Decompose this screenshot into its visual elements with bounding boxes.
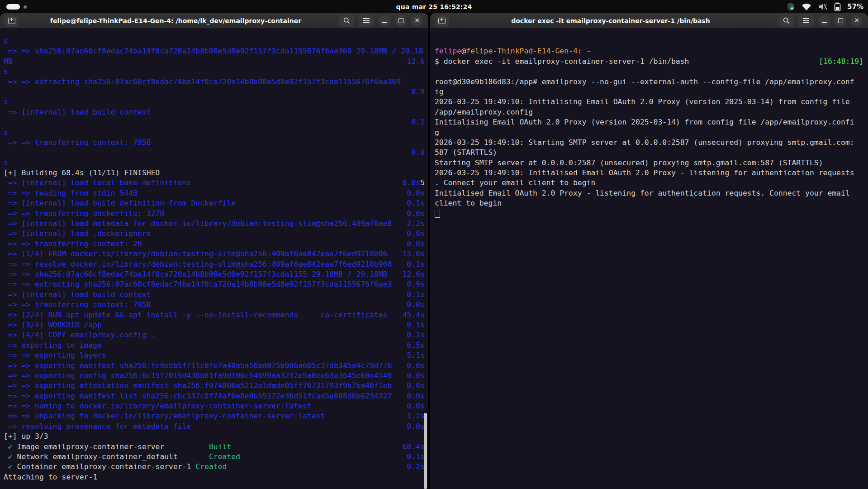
maximize-button[interactable] xyxy=(395,15,407,27)
terminal-text-segment: 6.5s xyxy=(407,341,425,350)
terminal-text-segment: [+] up 3/3 xyxy=(4,432,48,441)
terminal-right-column: 0.0s xyxy=(407,381,425,391)
terminal-text-segment: 0.1s xyxy=(407,331,425,339)
clock[interactable]: qua mar 25 16:52:24 xyxy=(0,0,868,13)
terminal-row: 2026-03-25 19:49:10: Initialising Email … xyxy=(435,97,863,107)
terminal-text-segment: 0.1s xyxy=(407,321,425,329)
terminal-text-segment: @ xyxy=(461,47,466,55)
terminal-row xyxy=(435,36,863,46)
docker-exec-terminal-output[interactable]: felipe@felipe-ThinkPad-E14-Gen-4: ~$ doc… xyxy=(430,29,868,489)
terminal-row: => [2/4] RUN apt update && apt install -… xyxy=(4,310,425,320)
terminal-text-segment: => => transferring context: 795B xyxy=(4,138,151,147)
terminal-text-segment: => => sha256:07ac60cf8edac74ba14f0ca720a… xyxy=(4,270,388,278)
new-tab-icon xyxy=(8,18,15,24)
terminal-text-segment: 2.2s xyxy=(407,219,425,228)
terminal-text-segment: => exporting to image xyxy=(4,341,102,350)
terminal-row: 0.1 xyxy=(4,117,425,127)
terminal-text-segment: s xyxy=(4,158,8,167)
wifi-icon xyxy=(802,3,811,11)
terminal-cursor xyxy=(435,209,440,218)
terminal-text-segment: 0.9s xyxy=(407,280,425,288)
terminal-text-segment: Image emailproxy-container-server xyxy=(17,442,165,451)
minimize-button[interactable] xyxy=(818,15,830,27)
terminal-row: => [internal] load build definition from… xyxy=(4,198,425,208)
terminal-right-column: 0.0s xyxy=(407,188,425,198)
new-tab-button[interactable] xyxy=(5,15,19,27)
terminal-row: 587 (STARTTLS) xyxy=(435,148,863,158)
terminal-text-segment: [16:48:19] xyxy=(819,57,863,66)
terminal-text-segment: 5.1s xyxy=(407,351,425,360)
terminal-text-segment: . Connect your email client to begin xyxy=(435,178,595,187)
menu-button[interactable] xyxy=(359,14,374,27)
terminal-text-segment: felipe xyxy=(435,47,461,55)
terminal-text-segment: 5 xyxy=(420,178,425,187)
close-button[interactable]: ✕ xyxy=(411,15,423,27)
terminal-text-segment: Initialised Email OAuth 2.0 Proxy - list… xyxy=(435,189,850,197)
terminal-text-segment: => [1/4] FROM docker.io/library/debian:t… xyxy=(4,249,388,258)
terminal-right-column: 0.1s xyxy=(407,198,425,208)
terminal-text-segment: 68.4s xyxy=(403,442,425,451)
terminal-text-segment: ✔ xyxy=(4,462,17,471)
terminal-right-column: 45.4s xyxy=(403,310,425,320)
maximize-icon xyxy=(838,18,843,23)
terminal-row: 2026-03-25 19:49:10: Starting SMTP serve… xyxy=(435,138,863,148)
terminal-text-segment: => [internal] load local bake definition… xyxy=(4,178,191,187)
terminal-row: 0.0 xyxy=(4,148,425,158)
menu-button[interactable] xyxy=(798,14,814,27)
terminal-text-segment: s xyxy=(4,128,8,137)
terminal-text-segment: Built xyxy=(209,442,231,451)
terminal-text-segment: 0.0s xyxy=(407,402,425,410)
terminal-row: => => transferring context: 795B xyxy=(4,138,425,148)
terminal-row: felipe@felipe-ThinkPad-E14-Gen-4: ~ xyxy=(435,46,863,56)
terminal-text-segment: root@d30e9b186d83:/app# emailproxy --no-… xyxy=(435,77,854,86)
terminal-right-column: 12.6s xyxy=(403,269,425,279)
left-headerbar: felipe@felipe-ThinkPad-E14-Gen-4: /home/… xyxy=(0,13,428,29)
terminal-right-column: 0.1 xyxy=(411,117,425,127)
terminal-text-segment: s xyxy=(4,67,8,76)
terminal-row xyxy=(435,67,863,77)
terminal-row: => [3/4] WORKDIR /app0.1s xyxy=(4,320,425,330)
terminal-right-column: 13.6s xyxy=(403,249,425,259)
terminal-text-segment: 0.1s xyxy=(407,452,425,461)
terminal-row: => => exporting layers5.1s xyxy=(4,350,425,360)
terminal-row xyxy=(435,209,863,219)
terminal-text-segment: => => exporting config sha256:6c15f7019d… xyxy=(4,371,392,380)
minimize-button[interactable] xyxy=(379,15,390,27)
terminal-right-column: 0.0s xyxy=(407,371,425,381)
terminal-row: => => transferring context: 2B0.0s xyxy=(4,239,425,249)
system-tray[interactable]: 57% xyxy=(786,0,863,13)
left-terminal-scrollbar[interactable] xyxy=(424,413,427,489)
build-log-terminal-output[interactable]: s => => sha256:07ac60cf8edac74ba14f0ca72… xyxy=(0,29,428,489)
terminal-row: ig xyxy=(435,87,863,97)
terminal-text-segment: => [internal] load .dockerignore xyxy=(4,229,151,238)
minimize-icon xyxy=(822,22,827,23)
terminal-right-column: 0.0s xyxy=(407,391,425,401)
terminal-text-segment: 0.1s xyxy=(407,290,425,299)
terminal-row: Initialised Email OAuth 2.0 Proxy - list… xyxy=(435,188,863,198)
right-headerbar: docker exec -it emailproxy-container-ser… xyxy=(430,13,868,29)
terminal-text-segment: => [2/4] RUN apt update && apt install -… xyxy=(4,311,388,319)
terminal-text-segment: => => sha256:07ac60cf8edac74ba14f0ca720a… xyxy=(4,47,423,55)
terminal-right-column: 0.1s xyxy=(407,330,425,340)
terminal-text-segment: [+] Building 68.4s (11/11) FINISHED xyxy=(4,168,160,177)
terminal-text-segment: 0.0s xyxy=(407,209,425,218)
search-button[interactable] xyxy=(339,14,354,27)
terminal-row: => => sha256:07ac60cf8edac74ba14f0ca720a… xyxy=(4,46,425,56)
terminal-row: s xyxy=(4,67,425,77)
terminal-row: . Connect your email client to begin xyxy=(435,178,863,188)
terminal-right-column: 0.0s xyxy=(407,422,425,431)
terminal-row: => => transferring dockerfile: 327B0.0s xyxy=(4,209,425,219)
terminal-row: => resolving provenance for metadata fil… xyxy=(4,422,425,431)
terminal-right-column: 0.0s xyxy=(407,401,425,411)
close-button[interactable]: ✕ xyxy=(851,15,863,27)
new-tab-button[interactable] xyxy=(435,15,449,27)
terminal-text-segment: => [internal] load build context xyxy=(4,290,151,299)
terminal-right-column: 12.6 xyxy=(407,57,425,67)
terminal-text-segment: 0.0s xyxy=(407,240,425,248)
terminal-right-column: 0.1s xyxy=(407,259,425,269)
terminal-text-segment: client to begin xyxy=(435,199,502,207)
maximize-button[interactable] xyxy=(835,15,846,27)
terminal-row: 0.9 xyxy=(4,87,425,97)
search-button[interactable] xyxy=(778,14,794,27)
terminal-text-segment: 0.0s xyxy=(407,422,425,431)
